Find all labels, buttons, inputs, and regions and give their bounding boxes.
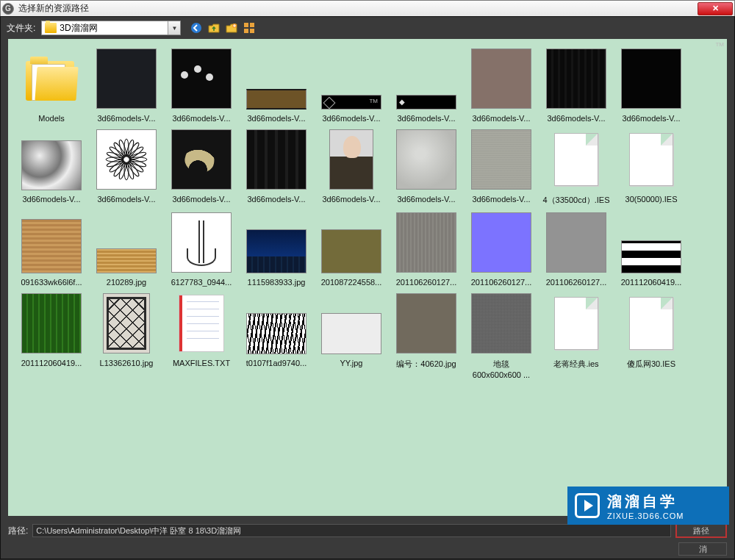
thumbnail: [320, 292, 382, 354]
thumbnail: [395, 292, 457, 354]
image-thumbnail: [321, 229, 381, 273]
image-thumbnail: [321, 95, 381, 110]
file-item[interactable]: 210289.jpg: [92, 212, 161, 287]
image-thumbnail: [246, 229, 306, 273]
thumbnail: [21, 212, 82, 273]
new-folder-icon[interactable]: [225, 21, 238, 35]
file-label: 3d66models-V...: [467, 114, 536, 123]
image-thumbnail: [396, 293, 456, 353]
path-input[interactable]: C:\Users\Administrator\Desktop\中洋 卧室 8 1…: [32, 524, 671, 537]
file-item[interactable]: MAXFILES.TXT: [167, 292, 236, 379]
file-item[interactable]: 091633wk66l6f...: [17, 212, 86, 287]
footer: 路径: C:\Users\Administrator\Desktop\中洋 卧室…: [1, 520, 734, 559]
file-item[interactable]: 3d66models-V...: [542, 48, 611, 123]
thumbnail: [96, 212, 157, 273]
file-label: Models: [17, 114, 86, 123]
svg-rect-3: [250, 23, 254, 27]
file-item[interactable]: 3d66models-V...: [242, 129, 311, 206]
file-item[interactable]: 201087224558...: [317, 212, 386, 287]
image-thumbnail: [96, 129, 157, 190]
file-item[interactable]: 3d66models-V...: [92, 129, 161, 206]
file-item[interactable]: 3d66models-V...: [92, 48, 161, 123]
file-item[interactable]: 老蒋经典.ies: [542, 292, 611, 379]
file-grid-panel[interactable]: Models3d66models-V...3d66models-V...3d66…: [8, 39, 727, 516]
file-item[interactable]: 201106260127...: [467, 212, 536, 287]
svg-point-0: [191, 23, 201, 33]
file-item[interactable]: 3d66models-V...: [167, 48, 236, 123]
image-thumbnail: [471, 212, 531, 273]
thumbnail: [96, 48, 157, 110]
file-item[interactable]: 201106260127...: [392, 212, 461, 287]
file-item[interactable]: 3d66models-V...: [317, 48, 386, 123]
folder-up-icon[interactable]: [207, 21, 220, 35]
file-label: 3d66models-V...: [167, 114, 236, 123]
close-button[interactable]: ✕: [698, 2, 733, 15]
file-item[interactable]: L13362610.jpg: [92, 292, 161, 379]
file-item[interactable]: 傻瓜网30.IES: [617, 292, 686, 379]
file-item[interactable]: 3d66models-V...: [467, 48, 536, 123]
file-item[interactable]: YY.jpg: [317, 292, 386, 379]
use-path-button[interactable]: 路径: [675, 523, 727, 538]
file-item[interactable]: 3d66models-V...: [167, 129, 236, 206]
file-item[interactable]: 3d66models-V...: [317, 129, 386, 206]
folder-icon: [45, 23, 57, 33]
image-thumbnail: [171, 212, 232, 273]
file-item[interactable]: 6127783_0944...: [167, 212, 236, 287]
file-item[interactable]: 3d66models-V...: [242, 48, 311, 123]
image-thumbnail: [621, 240, 681, 273]
file-item[interactable]: 4（33500cd）.IES: [542, 129, 611, 206]
file-label: MAXFILES.TXT: [167, 359, 236, 367]
folder-dropdown-button[interactable]: ▼: [168, 21, 180, 35]
image-thumbnail: [103, 293, 150, 353]
file-label: 4（33500cd）.IES: [542, 195, 611, 206]
file-label: 3d66models-V...: [242, 114, 311, 123]
file-item[interactable]: 201112060419...: [17, 292, 86, 379]
file-item[interactable]: 201106260127...: [542, 212, 611, 287]
brand-watermark: 溜溜自学 ZIXUE.3D66.COM: [567, 487, 729, 525]
file-item[interactable]: 地毯600x600x600 ...: [467, 292, 536, 379]
file-label: 老蒋经典.ies: [542, 359, 611, 370]
file-label: 201106260127...: [542, 278, 611, 287]
folder-combobox[interactable]: 3D溜溜网 ▼: [41, 21, 181, 35]
thumbnail: [245, 48, 307, 110]
file-item[interactable]: 3d66models-V...: [617, 48, 686, 123]
file-item[interactable]: Models: [17, 48, 86, 123]
window-title: 选择新的资源路径: [18, 2, 698, 15]
file-label: 3d66models-V...: [467, 195, 536, 204]
file-label: 3d66models-V...: [617, 114, 686, 123]
image-thumbnail: [171, 49, 232, 109]
file-label: 3d66models-V...: [167, 195, 236, 204]
image-thumbnail: [471, 129, 531, 190]
cancel-button[interactable]: 消: [678, 542, 727, 556]
file-label: 3d66models-V...: [392, 195, 461, 204]
file-item[interactable]: 3d66models-V...: [17, 129, 86, 206]
image-thumbnail: [396, 212, 456, 273]
file-item[interactable]: 3d66models-V...: [392, 48, 461, 123]
thumbnail: [545, 292, 607, 354]
file-label: 30(50000).IES: [617, 195, 686, 204]
file-item[interactable]: 1115983933.jpg: [242, 212, 311, 287]
file-label: 3d66models-V...: [92, 114, 161, 123]
file-label: 傻瓜网30.IES: [617, 359, 686, 370]
file-label: 201106260127...: [467, 278, 536, 287]
image-thumbnail: [396, 95, 456, 110]
thumbnail: [21, 129, 82, 190]
nav-back-icon[interactable]: [190, 21, 203, 35]
image-thumbnail: [321, 313, 381, 354]
file-label: 编号：40620.jpg: [392, 359, 461, 370]
generic-file-icon: [554, 297, 598, 350]
file-item[interactable]: 3d66models-V...: [392, 129, 461, 206]
file-item[interactable]: 3d66models-V...: [467, 129, 536, 206]
thumbnail: [245, 292, 307, 354]
file-item[interactable]: 30(50000).IES: [617, 129, 686, 206]
image-thumbnail: [171, 129, 232, 190]
file-item[interactable]: t0107f1ad9740...: [242, 292, 311, 379]
file-label: 210289.jpg: [92, 278, 161, 287]
file-item[interactable]: 201112060419...: [617, 212, 686, 287]
thumbnail: [395, 129, 457, 190]
folder-icon: [26, 57, 77, 101]
file-item[interactable]: 编号：40620.jpg: [392, 292, 461, 379]
view-thumbnails-icon[interactable]: [243, 21, 256, 35]
file-label: 201106260127...: [392, 278, 461, 287]
thumbnail: [620, 212, 682, 273]
